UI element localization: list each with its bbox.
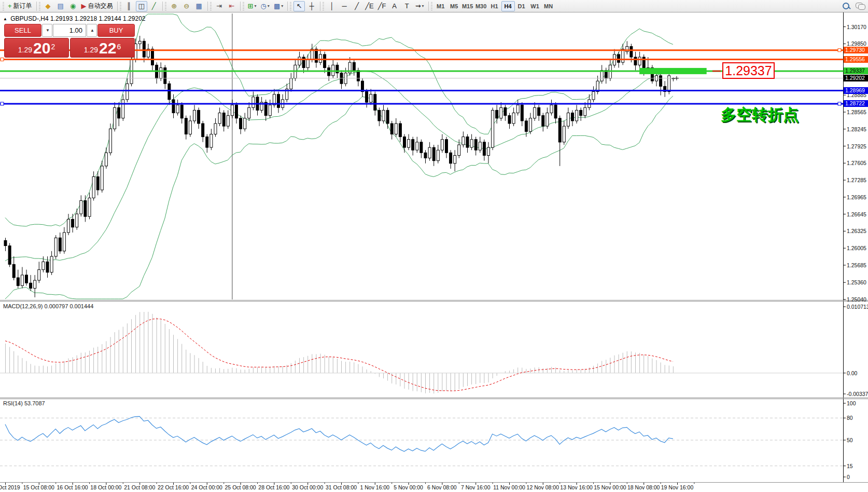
price-callout-label[interactable]: 1.29337 (722, 62, 775, 79)
buy-price-head: 1.29 (84, 44, 98, 56)
volume-input[interactable] (53, 24, 86, 37)
arrows-icon: ⇝ (415, 2, 421, 11)
time-axis-label: 15 Nov 00:00 (594, 484, 626, 490)
axis-price-tag: 1.28722 (844, 100, 868, 107)
line-chart-icon: ╱ (152, 2, 156, 11)
symbol-ohlc: 1.29193 1.29218 1.29144 1.29202 (50, 15, 146, 22)
time-axis-label: 19 Nov 16:00 (661, 484, 693, 490)
timeframe-h1-button[interactable]: H1 (488, 1, 501, 11)
price-axis-tick: 1.28565 (847, 109, 866, 115)
channel-icon: ╱E (365, 2, 374, 11)
text-icon: A (392, 2, 397, 11)
data-window-icon: ▤ (57, 2, 63, 11)
autotrading-button-label: 自动交易 (88, 2, 113, 10)
template-icon: ▩ (274, 2, 280, 11)
chevron-down-icon[interactable]: ▾ (422, 4, 424, 8)
sell-price-head: 1.29 (18, 44, 32, 56)
timeframe-m1-button[interactable]: M1 (434, 1, 447, 11)
price-axis-tick: 1.30170 (847, 24, 866, 30)
price-axis-tick: 1.27925 (847, 143, 866, 149)
highlight-box[interactable] (639, 68, 707, 74)
data-window-button[interactable]: ▤ (55, 1, 66, 11)
time-axis-label: 13 Nov 16:00 (560, 484, 592, 490)
price-axis-tick: 1.26325 (847, 228, 866, 234)
price-axis-tick: 1.26645 (847, 211, 866, 217)
new-order-button[interactable]: +新订单 (6, 1, 34, 11)
label-button[interactable]: T (401, 1, 413, 11)
timeframe-m5-button[interactable]: M5 (447, 1, 461, 11)
volume-increase-button[interactable]: ▲ (87, 24, 97, 37)
symbol-name: GBPUSD-,H4 (10, 15, 48, 22)
community-chat-icon[interactable] (856, 3, 865, 10)
timeframe-m30-button[interactable]: M30 (474, 1, 488, 11)
turning-point-annotation[interactable]: 多空转折点 (721, 104, 799, 126)
trendline-button[interactable]: ╱ (351, 1, 362, 11)
timeframe-h4-button[interactable]: H4 (501, 1, 515, 11)
arrows-button[interactable]: ⇝▾ (414, 1, 426, 11)
buy-price-display[interactable]: 1.29 22 6 (70, 38, 135, 58)
buy-price-sup: 6 (117, 43, 121, 50)
line-chart-button[interactable]: ╱ (148, 1, 160, 11)
profiles-button[interactable]: ◆ (43, 1, 54, 11)
channel-button[interactable]: ╱E (363, 1, 375, 11)
axis-price-tag: 1.28969 (844, 87, 868, 94)
crosshair-button[interactable]: ┼ (306, 1, 317, 11)
sell-price-sup: 2 (51, 43, 55, 50)
price-axis-tick: 1.25360 (847, 279, 866, 285)
periods-button[interactable]: ◷▾ (259, 1, 271, 11)
timeframe-d1-button[interactable]: D1 (515, 1, 528, 11)
axis-price-tag: 1.29556 (844, 56, 868, 63)
chevron-down-icon[interactable]: ▾ (281, 4, 283, 8)
candlestick-button[interactable]: ◫ (136, 1, 147, 11)
fibonacci-button[interactable]: ╱F (376, 1, 388, 11)
price-axis-tick: 1.25040 (847, 296, 866, 303)
sell-price-display[interactable]: 1.29 20 2 (4, 38, 69, 58)
text-button[interactable]: A (389, 1, 400, 11)
horizontal-line-button[interactable]: ─ (339, 1, 350, 11)
volume-decrease-button[interactable]: ▼ (42, 24, 52, 37)
auto-scroll-button[interactable]: ⇥ (214, 1, 225, 11)
vertical-line-button[interactable]: │ (326, 1, 338, 11)
zoom-out-button[interactable]: ⊖ (181, 1, 192, 11)
zoom-out-icon: ⊖ (184, 2, 189, 11)
timeframe-w1-button[interactable]: W1 (528, 1, 542, 11)
timeframe-mn-button[interactable]: MN (542, 1, 555, 11)
search-icon[interactable] (842, 2, 850, 10)
chevron-down-icon[interactable]: ▾ (255, 4, 257, 8)
price-axis-tick: 1.27605 (847, 160, 866, 166)
indicators-button[interactable]: ⊞▾ (246, 1, 258, 11)
tile-windows-icon: ▦ (195, 2, 202, 11)
cursor-button[interactable]: ↖ (293, 1, 305, 11)
chevron-down-icon[interactable]: ▾ (268, 4, 270, 8)
time-axis-label: 31 Oct 08:00 (326, 484, 357, 490)
time-axis-label: 25 Oct 08:00 (225, 484, 256, 490)
tile-windows-button[interactable]: ▦ (193, 1, 205, 11)
timeframe-m15-button[interactable]: M15 (461, 1, 474, 11)
zoom-in-button[interactable]: ⊕ (169, 1, 180, 11)
alerts-button[interactable]: ◉ (67, 1, 79, 11)
collapse-triangle-icon[interactable]: ▲ (3, 17, 7, 21)
crosshair-icon: ┼ (310, 2, 314, 11)
autotrading-button[interactable]: ▶自动交易 (80, 1, 115, 11)
bar-chart-icon: ║ (127, 2, 131, 11)
template-button[interactable]: ▩▾ (272, 1, 285, 11)
toolbar-right (842, 0, 865, 12)
axis-price-tag: 1.29337 (844, 67, 868, 74)
cursor-icon: ↖ (297, 2, 302, 11)
price-axis-tick: 1.26005 (847, 245, 866, 251)
time-axis-label: 18 Nov 08:00 (627, 484, 660, 490)
time-axis-label: 21 Oct 08:00 (124, 484, 155, 490)
time-axis-label: 5 Nov 00:00 (394, 484, 423, 490)
price-axis-tick: 1.28245 (847, 126, 866, 132)
chart-shift-button[interactable]: ⇤ (226, 1, 237, 11)
macd-label: MACD(12,26,9) 0.000797 0.001444 (3, 303, 93, 309)
one-click-trading-panel: SELL ▼ ▲ BUY 1.29 20 2 1.29 22 6 (4, 24, 135, 58)
horizontal-line-icon: ─ (342, 2, 347, 11)
buy-button[interactable]: BUY (97, 24, 135, 37)
bar-chart-button[interactable]: ║ (123, 1, 135, 11)
sell-button[interactable]: SELL (4, 24, 41, 37)
rsi-label: RSI(14) 53.7087 (3, 400, 45, 406)
time-axis-label: 12 Nov 08:00 (527, 484, 559, 490)
time-axis-label: 28 Oct 16:00 (258, 484, 289, 490)
indicators-icon: ⊞ (248, 2, 254, 11)
